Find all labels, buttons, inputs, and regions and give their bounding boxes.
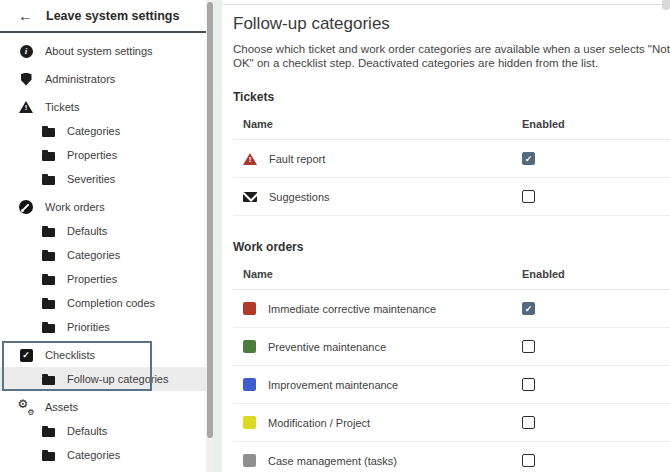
table-header: Name Enabled <box>233 268 670 290</box>
sidebar-item-label: Categories <box>67 249 120 261</box>
category-color-icon <box>243 416 256 429</box>
page-description: Choose which ticket and work order categ… <box>233 42 670 70</box>
category-color-icon <box>243 302 256 315</box>
folder-icon <box>42 276 55 285</box>
follow-up-categories-panel: Follow-up categories Choose which ticket… <box>222 0 670 472</box>
system-settings-window: ← Leave system settings About system set… <box>0 0 670 472</box>
column-header-name: Name <box>233 268 522 280</box>
settings-nav: About system settings Administrators Tic… <box>0 33 206 467</box>
table-row: Case management (tasks) <box>233 442 670 472</box>
sidebar-item-label: About system settings <box>45 45 153 57</box>
category-name: Suggestions <box>269 191 330 203</box>
sidebar-item-about-system-settings[interactable]: About system settings <box>0 39 206 63</box>
enabled-checkbox[interactable] <box>522 340 535 353</box>
category-color-icon <box>243 378 256 391</box>
enabled-checkbox[interactable] <box>522 454 535 467</box>
sidebar-item-label: Categories <box>67 125 120 137</box>
sidebar-item-label: Defaults <box>67 425 107 437</box>
sidebar-item-assets[interactable]: Assets <box>0 395 206 419</box>
sidebar-item-completion-codes[interactable]: Completion codes <box>0 291 206 315</box>
sidebar-item-wo-categories[interactable]: Categories <box>0 243 206 267</box>
folder-icon <box>42 452 55 461</box>
table-row: Suggestions <box>233 178 670 216</box>
folder-icon <box>42 376 55 385</box>
section-title: Work orders <box>233 240 670 254</box>
sidebar-item-label: Priorities <box>67 321 110 333</box>
sidebar-item-tickets[interactable]: Tickets <box>0 95 206 119</box>
section-title: Tickets <box>233 90 670 104</box>
folder-icon <box>42 428 55 437</box>
sidebar-item-severities[interactable]: Severities <box>0 167 206 191</box>
folder-icon <box>42 128 55 137</box>
sidebar-scrollbar-thumb[interactable] <box>207 2 213 438</box>
category-color-icon <box>243 454 256 467</box>
enabled-checkbox[interactable] <box>522 416 535 429</box>
warning-triangle-icon <box>243 153 257 165</box>
sidebar-item-label: Follow-up categories <box>67 373 169 385</box>
sidebar-item-label: Properties <box>67 273 117 285</box>
sidebar-item-label: Tickets <box>45 101 79 113</box>
sidebar-item-asset-categories[interactable]: Categories <box>0 443 206 467</box>
sidebar-item-asset-defaults[interactable]: Defaults <box>0 419 206 443</box>
info-icon <box>20 45 33 58</box>
sidebar-item-wo-defaults[interactable]: Defaults <box>0 219 206 243</box>
sidebar-item-label: Defaults <box>67 225 107 237</box>
gears-icon <box>19 400 34 414</box>
enabled-checkbox[interactable] <box>522 302 535 315</box>
work-orders-section: Work orders Name Enabled Immediate corre… <box>233 240 670 472</box>
folder-icon <box>42 300 55 309</box>
sidebar-item-wo-properties[interactable]: Properties <box>0 267 206 291</box>
sidebar-item-ticket-categories[interactable]: Categories <box>0 119 206 143</box>
sidebar-item-work-orders[interactable]: Work orders <box>0 195 206 219</box>
sidebar-item-administrators[interactable]: Administrators <box>0 67 206 91</box>
sidebar-item-label: Assets <box>45 401 78 413</box>
checklist-icon <box>20 349 33 362</box>
sidebar-item-priorities[interactable]: Priorities <box>0 315 206 339</box>
enabled-checkbox[interactable] <box>522 152 535 165</box>
back-arrow-icon[interactable]: ← <box>18 7 33 24</box>
table-row: Modification / Project <box>233 404 670 442</box>
category-color-icon <box>243 340 256 353</box>
folder-icon <box>42 176 55 185</box>
table-row: Immediate corrective maintenance <box>233 290 670 328</box>
sidebar-item-label: Properties <box>67 149 117 161</box>
folder-icon <box>42 152 55 161</box>
sidebar-item-label: Administrators <box>45 73 115 85</box>
sidebar-scrollbar-track[interactable] <box>206 0 214 472</box>
category-name: Preventive maintenance <box>268 341 386 353</box>
column-header-enabled: Enabled <box>522 118 670 130</box>
category-name: Improvement maintenance <box>268 379 398 391</box>
sidebar-item-checklists[interactable]: Checklists <box>0 343 206 367</box>
category-name: Case management (tasks) <box>268 455 397 467</box>
folder-icon <box>42 252 55 261</box>
table-row: Improvement maintenance <box>233 366 670 404</box>
page-title: Follow-up categories <box>233 14 670 34</box>
category-name: Immediate corrective maintenance <box>268 303 436 315</box>
sidebar-item-label: Severities <box>67 173 115 185</box>
content-scrollbar-thumb[interactable] <box>662 0 670 10</box>
envelope-icon <box>243 192 257 202</box>
shield-icon <box>21 73 32 86</box>
tickets-section: Tickets Name Enabled Fault report Sugges… <box>233 90 670 216</box>
enabled-checkbox[interactable] <box>522 378 535 391</box>
folder-icon <box>42 324 55 333</box>
sidebar-item-label: Work orders <box>45 201 105 213</box>
table-row: Preventive maintenance <box>233 328 670 366</box>
wrench-circle-icon <box>19 200 33 214</box>
category-name: Modification / Project <box>268 417 370 429</box>
sidebar-item-follow-up-categories[interactable]: Follow-up categories <box>0 367 206 391</box>
sidebar-header: ← Leave system settings <box>0 0 206 33</box>
panel-edge-strip <box>214 0 222 472</box>
sidebar-item-label: Categories <box>67 449 120 461</box>
sidebar-item-label: Completion codes <box>67 297 155 309</box>
table-row: Fault report <box>233 140 670 178</box>
enabled-checkbox[interactable] <box>522 190 535 203</box>
column-header-name: Name <box>233 118 522 130</box>
sidebar-item-label: Checklists <box>45 349 95 361</box>
column-header-enabled: Enabled <box>522 268 670 280</box>
folder-icon <box>42 228 55 237</box>
sidebar-item-ticket-properties[interactable]: Properties <box>0 143 206 167</box>
sidebar-title[interactable]: Leave system settings <box>46 9 179 23</box>
table-header: Name Enabled <box>233 118 670 140</box>
category-name: Fault report <box>269 153 325 165</box>
